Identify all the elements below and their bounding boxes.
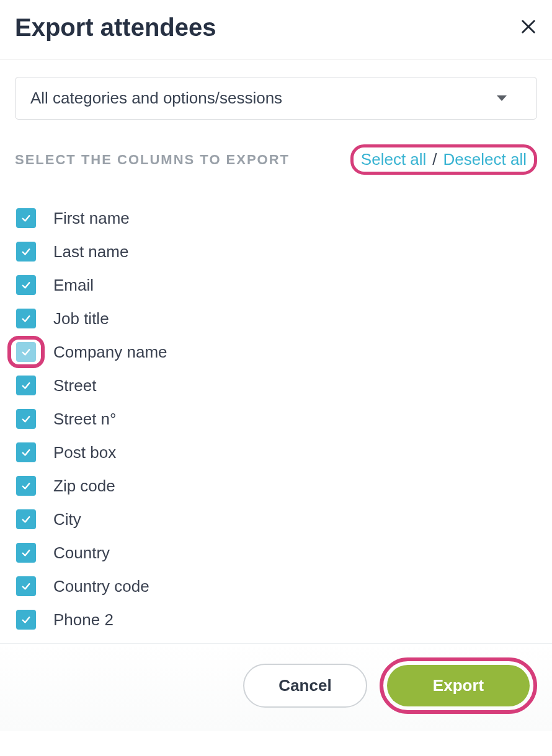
- dialog-content: All categories and options/sessions SELE…: [0, 59, 552, 630]
- dialog-footer: Cancel Export: [0, 643, 552, 731]
- select-actions-separator: /: [432, 150, 437, 169]
- category-filter-select[interactable]: All categories and options/sessions: [15, 77, 537, 120]
- column-checkbox[interactable]: [16, 208, 36, 228]
- column-label: Country: [53, 543, 110, 563]
- column-row: Company name: [16, 342, 537, 362]
- column-checkbox[interactable]: [16, 376, 36, 395]
- column-row: Job title: [16, 309, 537, 328]
- column-checkbox-wrap: [16, 543, 36, 563]
- column-checkbox-wrap: [16, 509, 36, 529]
- column-label: Street: [53, 376, 96, 395]
- check-icon: [20, 547, 32, 558]
- column-checkbox-wrap: [16, 442, 36, 462]
- column-label: Street n°: [53, 410, 116, 429]
- column-checkbox[interactable]: [16, 442, 36, 462]
- column-label: Zip code: [53, 477, 115, 496]
- column-row: Last name: [16, 242, 537, 262]
- column-row: Country code: [16, 576, 537, 596]
- dialog-header: Export attendees: [0, 0, 552, 59]
- column-checkbox[interactable]: [16, 576, 36, 596]
- check-icon: [20, 614, 32, 625]
- check-icon: [20, 213, 32, 224]
- category-filter-selected: All categories and options/sessions: [30, 89, 282, 108]
- column-row: City: [16, 509, 537, 529]
- column-checkbox-wrap: [16, 242, 36, 262]
- column-checkbox-wrap: [16, 576, 36, 596]
- column-checkbox[interactable]: [16, 309, 36, 328]
- column-checkbox[interactable]: [16, 476, 36, 496]
- column-label: Job title: [53, 309, 109, 328]
- column-row: Post box: [16, 442, 537, 462]
- export-button[interactable]: Export: [387, 665, 530, 706]
- column-row: First name: [16, 208, 537, 228]
- check-icon: [20, 413, 32, 424]
- column-row: Zip code: [16, 476, 537, 496]
- column-row: Phone 2: [16, 610, 537, 630]
- column-row: Country: [16, 543, 537, 563]
- check-icon: [20, 380, 32, 391]
- chevron-down-icon: [497, 95, 507, 101]
- column-checkbox[interactable]: [16, 409, 36, 429]
- column-checkbox-wrap: [16, 476, 36, 496]
- check-icon: [20, 447, 32, 458]
- column-checkbox-wrap: [16, 309, 36, 328]
- close-icon[interactable]: [520, 17, 537, 38]
- export-button-highlight: Export: [380, 657, 537, 714]
- column-label: Phone 2: [53, 610, 114, 630]
- column-checkbox[interactable]: [16, 275, 36, 295]
- check-icon: [20, 313, 32, 324]
- category-filter-wrap: All categories and options/sessions: [15, 77, 537, 120]
- columns-section-title: SELECT THE COLUMNS TO EXPORT: [15, 152, 290, 168]
- column-checkbox-wrap: [16, 208, 36, 228]
- check-icon: [20, 279, 32, 291]
- column-label: Last name: [53, 242, 128, 262]
- deselect-all-link[interactable]: Deselect all: [443, 150, 527, 169]
- column-checkbox-highlight: [16, 342, 36, 362]
- select-actions-highlight: Select all / Deselect all: [350, 144, 537, 175]
- column-checkbox[interactable]: [16, 543, 36, 563]
- column-checkbox[interactable]: [16, 509, 36, 529]
- check-icon: [20, 246, 32, 257]
- column-label: Post box: [53, 443, 116, 462]
- cancel-button[interactable]: Cancel: [243, 664, 367, 708]
- page-title: Export attendees: [15, 14, 216, 42]
- column-label: Country code: [53, 577, 149, 596]
- column-checkbox-wrap: [16, 275, 36, 295]
- column-label: First name: [53, 209, 130, 228]
- column-label: Company name: [53, 343, 167, 362]
- column-row: Street: [16, 376, 537, 395]
- check-icon: [20, 480, 32, 491]
- column-checkbox-wrap: [16, 610, 36, 630]
- column-label: City: [53, 510, 81, 529]
- column-checkbox-wrap: [16, 376, 36, 395]
- check-icon: [20, 514, 32, 525]
- column-checkbox[interactable]: [16, 610, 36, 630]
- column-checkbox[interactable]: [16, 342, 36, 362]
- columns-section-head: SELECT THE COLUMNS TO EXPORT Select all …: [15, 144, 537, 175]
- column-label: Email: [53, 276, 94, 295]
- column-checkbox[interactable]: [16, 242, 36, 262]
- column-row: Email: [16, 275, 537, 295]
- check-icon: [20, 346, 32, 358]
- column-checkbox-wrap: [16, 409, 36, 429]
- select-all-link[interactable]: Select all: [361, 150, 427, 169]
- column-row: Street n°: [16, 409, 537, 429]
- check-icon: [20, 581, 32, 592]
- columns-list: First nameLast nameEmailJob titleCompany…: [15, 208, 537, 630]
